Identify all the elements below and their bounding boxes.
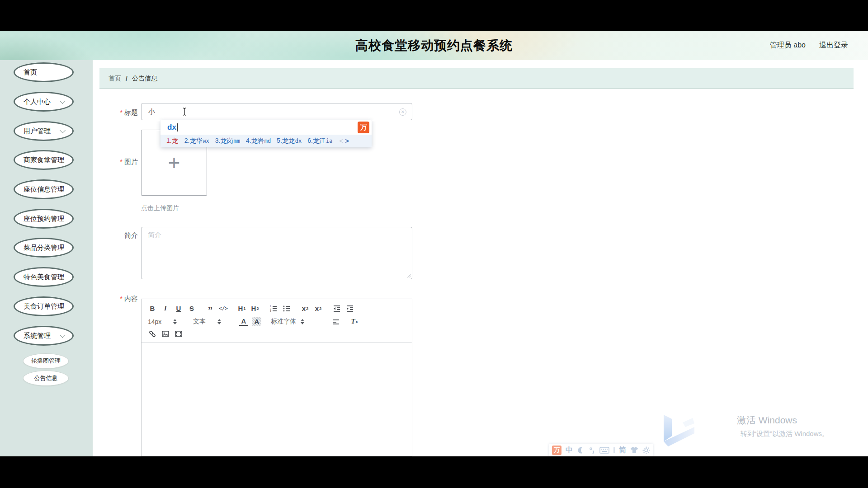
ime-candidate[interactable]: 1.龙	[166, 137, 179, 145]
sidebar-item-label: 特色美食管理	[15, 273, 64, 282]
required-mark: *	[120, 109, 123, 116]
header-select[interactable]: 文本	[193, 316, 233, 327]
watermark-line1: 激活 Windows	[737, 414, 829, 427]
ime-tray: 万 中 简	[549, 444, 653, 456]
sidebar-item-system-management[interactable]: 系统管理	[14, 326, 74, 346]
image-button[interactable]	[161, 328, 170, 339]
ime-candidate[interactable]: 5.龙龙dx	[277, 137, 302, 145]
chevron-down-icon	[60, 98, 66, 104]
keyboard-icon[interactable]	[599, 447, 609, 454]
ime-prev-page-icon[interactable]: <	[339, 137, 343, 145]
ime-candidate[interactable]: 4.龙岩md	[246, 137, 271, 145]
breadcrumb-current: 公告信息	[132, 75, 157, 83]
app-header: 高校食堂移动预约点餐系统 管理员 abo 退出登录	[0, 31, 868, 60]
intro-textarea-wrapper	[141, 227, 412, 279]
align-select[interactable]	[331, 316, 340, 327]
code-block-button[interactable]: </>	[219, 303, 228, 314]
ime-candidate[interactable]: 6.龙江ia	[307, 137, 332, 145]
sidebar-item-dish-category[interactable]: 菜品分类管理	[14, 238, 74, 258]
ime-candidate-list: 1.龙 2.龙华wx 3.龙岗mm 4.龙岩md 5.龙龙dx 6.龙江ia <…	[160, 135, 372, 147]
updown-arrows-icon	[173, 319, 177, 324]
required-mark: *	[120, 158, 123, 165]
breadcrumb-home[interactable]: 首页	[108, 75, 121, 83]
editor-body[interactable]	[142, 343, 412, 455]
sidebar-item-seat-info[interactable]: 座位信息管理	[14, 179, 74, 199]
title-field-label: *标题	[59, 108, 138, 117]
text-cursor-icon	[182, 107, 187, 118]
header-user-area: 管理员 abo 退出登录	[770, 31, 848, 60]
sidebar-item-label: 用户管理	[15, 127, 51, 136]
sidebar-item-label: 系统管理	[15, 332, 51, 340]
required-mark: *	[120, 295, 123, 302]
skin-icon[interactable]	[630, 446, 638, 454]
sidebar: 首页 个人中心 用户管理 商家食堂管理 座位信息管理 座位预约管理 菜品分类管理…	[0, 60, 93, 456]
windows-activation-watermark: 激活 Windows 转到“设置”以激活 Windows。	[737, 414, 829, 438]
underline-button[interactable]: U	[174, 303, 183, 314]
ime-candidate[interactable]: 3.龙岗mm	[215, 137, 240, 145]
updown-arrows-icon	[217, 319, 221, 324]
sidebar-item-special-food[interactable]: 特色美食管理	[14, 267, 74, 287]
video-button[interactable]	[174, 328, 183, 339]
font-select[interactable]: 标准字体	[271, 316, 320, 327]
bullet-list-button[interactable]	[282, 303, 291, 314]
superscript-button[interactable]: x2	[314, 303, 323, 314]
ime-candidate-window: dx 万 1.龙 2.龙华wx 3.龙岗mm 4.龙岩md 5.龙龙dx 6.龙…	[160, 120, 372, 147]
ime-composition-text: dx	[167, 123, 176, 132]
clean-format-button[interactable]: Tx	[350, 316, 359, 327]
svg-text:3: 3	[270, 310, 271, 312]
header-2-button[interactable]: H2	[250, 303, 259, 314]
sidebar-item-label: 菜品分类管理	[15, 244, 64, 252]
sidebar-item-label: 个人中心	[15, 98, 51, 106]
watermark-line2: 转到“设置”以激活 Windows。	[741, 430, 829, 438]
sidebar-item-seat-reservation[interactable]: 座位预约管理	[14, 209, 74, 229]
chevron-down-icon	[60, 127, 66, 133]
chinese-mode-icon[interactable]: 中	[566, 446, 573, 455]
wanneng-ime-logo-icon: 万	[358, 122, 369, 133]
logout-link[interactable]: 退出登录	[819, 41, 848, 50]
image-field-label: *图片	[59, 158, 138, 166]
tray-divider	[613, 447, 615, 453]
sidebar-item-label: 座位信息管理	[15, 185, 64, 194]
editor-toolbar: B I U S ” </> H1 H2 123 x2 x2	[142, 299, 412, 343]
text-color-button[interactable]: A	[239, 317, 248, 326]
background-color-button[interactable]: A	[252, 317, 261, 326]
sidebar-item-label: 座位预约管理	[15, 215, 64, 223]
sidebar-subitem-label: 轮播图管理	[31, 357, 61, 365]
ordered-list-button[interactable]: 123	[269, 303, 278, 314]
punctuation-icon[interactable]	[589, 446, 595, 454]
subscript-button[interactable]: x2	[301, 303, 310, 314]
sidebar-item-label: 美食订单管理	[15, 302, 64, 311]
fullwidth-moon-icon[interactable]	[577, 446, 585, 454]
outdent-button[interactable]	[332, 303, 341, 314]
breadcrumb-separator: /	[126, 75, 127, 82]
letterbox-top	[0, 0, 868, 31]
current-user[interactable]: 管理员 abo	[770, 41, 806, 50]
blockquote-button[interactable]: ”	[206, 301, 215, 316]
link-button[interactable]	[148, 328, 157, 339]
sidebar-item-home[interactable]: 首页	[14, 62, 74, 82]
sidebar-item-user-management[interactable]: 用户管理	[14, 121, 74, 141]
clear-input-icon[interactable]: ✕	[399, 108, 406, 116]
plus-icon: +	[168, 152, 180, 173]
content-field-label: *内容	[59, 295, 138, 303]
bold-button[interactable]: B	[148, 303, 157, 314]
strike-button[interactable]: S	[187, 303, 196, 314]
wanneng-ime-tray-icon[interactable]: 万	[552, 446, 561, 455]
sidebar-subitem-carousel[interactable]: 轮播图管理	[23, 353, 69, 369]
ime-next-page-icon[interactable]: >	[345, 137, 349, 145]
resize-handle[interactable]	[406, 273, 411, 278]
settings-gear-icon[interactable]	[642, 446, 650, 454]
ime-caret	[177, 123, 178, 131]
sidebar-subitem-announcement[interactable]: 公告信息	[23, 371, 69, 386]
ime-candidate[interactable]: 2.龙华wx	[184, 137, 209, 145]
updown-arrows-icon	[301, 319, 304, 324]
size-select[interactable]: 14px	[148, 316, 187, 327]
intro-textarea[interactable]	[142, 227, 412, 279]
indent-button[interactable]	[345, 303, 354, 314]
simplified-chinese-icon[interactable]: 简	[619, 446, 626, 455]
rich-text-editor: B I U S ” </> H1 H2 123 x2 x2	[141, 299, 412, 456]
italic-button[interactable]: I	[161, 303, 170, 314]
header-1-button[interactable]: H1	[237, 303, 246, 314]
sidebar-item-label: 商家食堂管理	[15, 156, 64, 164]
breadcrumb: 首页 / 公告信息	[99, 68, 854, 89]
